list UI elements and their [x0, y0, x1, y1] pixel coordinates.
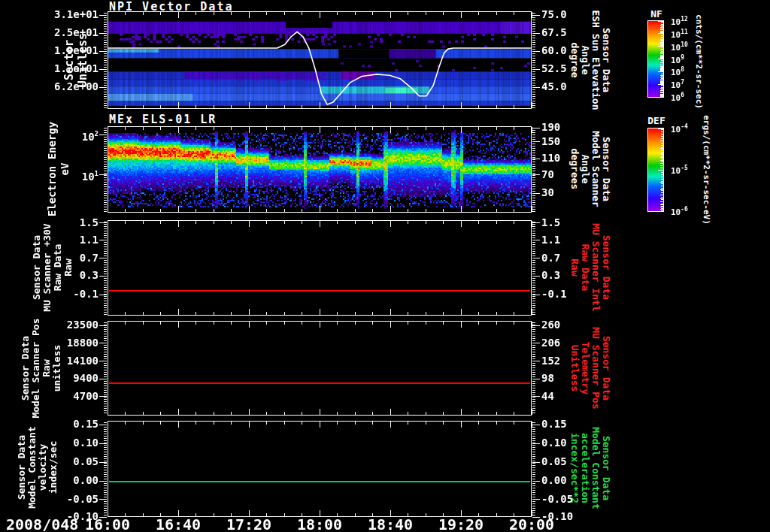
panel5-ytick-label: 0.05 [8, 456, 99, 467]
x-tick-1720: 17:20 [214, 515, 284, 532]
colorbar_nf-tick-label: 107 [671, 79, 684, 90]
colorbar_def-tick-label: 10-4 [671, 123, 688, 135]
panel4-ytick-label: 9400 [8, 373, 99, 383]
panel2-title: MEx ELS-01 LR [109, 113, 217, 126]
panel4-ytick-label: 14100 [8, 355, 99, 366]
panel2-y2tick-label: 150 [541, 136, 560, 147]
panel1-y2tick-label: 60.0 [541, 45, 567, 56]
colorbar_def-tick-label: 10-5 [671, 165, 688, 176]
x-tick-1920: 19:20 [426, 515, 496, 532]
panel5-y2tick-label: 0.15 [541, 419, 567, 429]
panel1-ytick-label: 1.9e+01 [8, 45, 99, 56]
panel3-y2tick-label: 0.7 [541, 252, 560, 263]
panel3-ytick-label: 1.1 [8, 234, 99, 245]
panel2-y2tick-label: 70 [541, 169, 554, 180]
panel5-y2tick-label: 0.10 [541, 437, 567, 448]
panel3-y2tick-label: 1.5 [541, 217, 560, 228]
panel-npi-spectrogram [108, 11, 532, 109]
panel4-y2tick-label: 206 [541, 337, 560, 348]
panel5-y2tick-label: 0.00 [541, 475, 567, 485]
colorbar_nf-tick-label: 106 [671, 92, 684, 103]
panel4-ytick-label: 23500 [8, 319, 99, 330]
panel3-y2tick-label: 0.3 [541, 270, 560, 280]
panel5-ytick-label: -0.10 [8, 511, 99, 521]
panel4-y2tick-label: 260 [541, 319, 560, 330]
panel4-ytick-label: 4700 [8, 391, 99, 401]
panel-mu-scanner-30v [108, 220, 532, 316]
panel1-y2tick-label: 67.5 [541, 27, 567, 38]
panel2-ytick-label: 102 [8, 128, 99, 142]
npi-spectrogram-canvas [108, 12, 531, 108]
colorbar_nf-tick-label: 1010 [671, 41, 688, 53]
panel5-y2tick-label: -0.10 [541, 511, 573, 521]
constant-line-mu-scanner [109, 290, 530, 292]
colorbar_def-tick-label: 10-6 [671, 206, 688, 217]
panel1-ytick-label: 6.2e+00 [8, 81, 99, 92]
panel1-ytick-label: 2.5e+01 [8, 27, 99, 38]
panel3-ytick-label: -0.1 [8, 289, 99, 299]
panel1-ytick-label: 3.1e+01 [8, 9, 99, 20]
x-tick-1640: 16:40 [143, 515, 214, 532]
panel3-y2tick-label: -0.1 [541, 289, 567, 299]
panel2-y2tick-label: 110 [541, 153, 560, 163]
x-tick-1840: 18:40 [355, 515, 426, 532]
panel3-ytick-label: 0.7 [8, 252, 99, 263]
panel4-y2tick-label: 98 [541, 373, 554, 383]
panel5-y2tick-label: -0.05 [541, 494, 573, 504]
panel2-y2tick-label: 190 [541, 122, 560, 132]
colorbar_nf-tick-label: 108 [671, 66, 684, 77]
panel4-ytick-label: 18800 [8, 337, 99, 348]
panel2-y2tick-label: 30 [541, 187, 554, 198]
panel1-y2tick-label: 45.0 [541, 81, 567, 92]
panel-els-spectrogram [108, 126, 532, 213]
colorbar_nf-tick-label: 109 [671, 54, 684, 65]
panel1-y2tick-label: 52.5 [541, 63, 567, 74]
panel1-ytick-label: 1.2e+01 [8, 63, 99, 74]
panel2-ytick-label: 101 [8, 168, 99, 182]
panel3-ytick-label: 0.3 [8, 270, 99, 280]
panel5-y2tick-label: 0.05 [541, 456, 567, 467]
panel5-ytick-label: -0.05 [8, 494, 99, 504]
constant-line-velocity [109, 481, 530, 482]
panel1-y2tick-label: 75.0 [541, 9, 567, 20]
colorbar_nf-tick-label: 1011 [671, 29, 688, 40]
panel5-ytick-label: 0.15 [8, 419, 99, 429]
x-tick-1800: 18:00 [284, 515, 355, 532]
els-spectrogram-canvas [108, 127, 531, 212]
plot-page: NPI Vector Data MEx ELS-01 LR Sector Uni… [0, 0, 770, 532]
panel-model-constant-velocity [108, 421, 532, 517]
colorbar-def-unit: ergs/(cm**2-sr-sec-eV) [647, 98, 767, 241]
constant-line-scanner-pos [109, 382, 530, 384]
panel-model-scanner-pos [108, 321, 532, 416]
panel3-y2tick-label: 1.1 [541, 234, 560, 245]
colorbar_nf-tick-label: 1012 [671, 16, 688, 27]
panel5-ytick-label: 0.10 [8, 437, 99, 448]
panel3-ytick-label: 1.5 [8, 217, 99, 228]
panel4-y2tick-label: 152 [541, 355, 560, 366]
panel4-y2tick-label: 44 [541, 391, 554, 401]
panel5-ytick-label: 0.00 [8, 475, 99, 485]
